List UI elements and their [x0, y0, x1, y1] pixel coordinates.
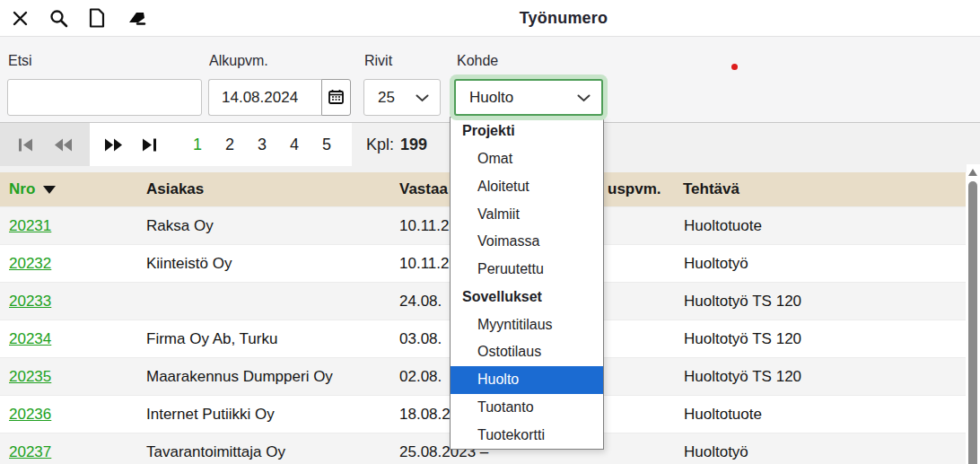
close-icon[interactable]: [8, 6, 31, 30]
page-button-4[interactable]: 4: [287, 136, 302, 154]
target-select[interactable]: Huolto: [454, 79, 603, 116]
rows-select[interactable]: 25: [363, 79, 441, 116]
toolbar: Työnumero: [0, 0, 980, 36]
dropdown-group-sovellukset: Sovellukset: [451, 284, 603, 311]
fast-forward-icon[interactable]: [101, 136, 127, 153]
column-header-tehtava: Tehtävä: [683, 180, 739, 198]
rows-label: Rivit: [364, 53, 392, 69]
search-icon[interactable]: [47, 6, 70, 30]
dropdown-option-valmiit[interactable]: Valmiit: [451, 200, 603, 228]
column-header-asiakas: Asiakas: [146, 180, 204, 198]
search-input[interactable]: [7, 79, 202, 116]
worknumber-link[interactable]: 20233: [9, 293, 51, 311]
pagination-pages: 1 2 3 4 5: [172, 123, 352, 166]
task-cell: Huoltotuote: [684, 406, 762, 424]
result-count-value: 199: [400, 136, 427, 154]
task-cell: Huoltotyö TS 120: [684, 293, 801, 311]
search-label: Etsi: [8, 53, 32, 69]
dropdown-option-huolto[interactable]: Huolto: [451, 366, 603, 394]
skip-last-icon[interactable]: [137, 136, 162, 153]
task-cell: Huoltotuote: [684, 217, 762, 235]
nro-header-label: Nro: [9, 180, 35, 198]
dropdown-option-ostotilaus[interactable]: Ostotilaus: [451, 338, 603, 366]
customer-cell: Raksa Oy: [146, 217, 214, 235]
page-button-1[interactable]: 1: [190, 136, 205, 154]
startdate-input[interactable]: [208, 79, 321, 116]
dropdown-option-myyntitilaus[interactable]: Myyntitilaus: [451, 311, 603, 338]
task-cell: Huoltotyö TS 120: [684, 330, 801, 348]
chevron-down-icon: [577, 89, 591, 107]
vertical-scrollbar: [967, 164, 980, 464]
worknumber-link[interactable]: 20236: [9, 406, 51, 424]
target-dropdown-list: Projekti Omat Aloitetut Valmiit Voimassa…: [450, 117, 604, 450]
column-header-partial-left: Vastaa: [399, 180, 448, 198]
page-button-2[interactable]: 2: [223, 136, 237, 154]
scroll-up-icon[interactable]: [968, 169, 977, 176]
startdate-group: [208, 79, 351, 116]
column-header-partial-right: uspvm.: [608, 180, 661, 198]
page-button-5[interactable]: 5: [319, 136, 334, 154]
document-icon[interactable]: [85, 6, 109, 30]
dropdown-option-omat[interactable]: Omat: [451, 145, 603, 173]
fast-backward-icon[interactable]: [50, 136, 76, 153]
page-title: Työnumero: [147, 9, 980, 28]
worknumber-link[interactable]: 20234: [9, 330, 51, 348]
worknumber-link[interactable]: 20231: [9, 217, 51, 235]
tyonumero-window: Työnumero Etsi Alkupvm. Rivit Kohde 25 H…: [0, 0, 980, 464]
sort-desc-icon: [43, 186, 56, 194]
dropdown-option-voimassa[interactable]: Voimassa: [451, 228, 603, 256]
customer-cell: Tavarantoimittaja Oy: [146, 443, 285, 461]
pagination-strip: 1 2 3 4 5: [0, 123, 352, 166]
task-cell: Huoltotyö: [684, 255, 748, 273]
customer-cell: Kiinteistö Oy: [146, 255, 232, 273]
filter-panel: Etsi Alkupvm. Rivit Kohde 25 Huolto: [0, 36, 980, 123]
pagination-back-group: [0, 123, 90, 166]
date-cell: 24.08.: [399, 293, 442, 311]
page-button-3[interactable]: 3: [255, 136, 269, 154]
scrollbar-thumb[interactable]: [968, 181, 977, 464]
rows-select-value: 25: [378, 89, 416, 107]
toolbar-icons: [0, 6, 147, 30]
column-header-nro[interactable]: Nro: [9, 180, 56, 198]
dropdown-option-aloitetut[interactable]: Aloitetut: [451, 173, 603, 201]
result-count: Kpl: 199: [366, 123, 427, 166]
dropdown-option-tuotanto[interactable]: Tuotanto: [451, 394, 603, 422]
dropdown-option-tuotekortti[interactable]: Tuotekortti: [451, 421, 603, 449]
chevron-down-icon: [416, 89, 429, 107]
customer-cell: Firma Oy Ab, Turku: [146, 330, 277, 348]
worknumber-link[interactable]: 20237: [9, 443, 51, 461]
dropdown-group-projekti: Projekti: [451, 118, 603, 145]
worknumber-link[interactable]: 20235: [9, 368, 51, 386]
red-dot-marker: [731, 64, 738, 70]
result-count-label: Kpl:: [366, 136, 394, 154]
date-cell: 02.08.: [399, 368, 442, 386]
dropdown-option-peruutettu[interactable]: Peruutettu: [451, 256, 603, 284]
customer-cell: Internet Putiikki Oy: [146, 406, 275, 424]
calendar-icon: [328, 89, 344, 107]
eraser-icon[interactable]: [124, 6, 147, 30]
pagination-forward-group: [90, 123, 172, 166]
task-cell: Huoltotyö TS 120: [684, 368, 801, 386]
customer-cell: Maarakennus Dumpperi Oy: [146, 368, 333, 386]
date-cell: 03.08.: [399, 330, 442, 348]
target-label: Kohde: [457, 53, 498, 69]
skip-first-icon[interactable]: [13, 136, 38, 153]
worknumber-link[interactable]: 20232: [9, 255, 51, 273]
target-select-value: Huolto: [469, 89, 577, 107]
startdate-label: Alkupvm.: [209, 53, 268, 69]
date-cell: 18.08.2: [399, 406, 451, 424]
calendar-button[interactable]: [321, 79, 351, 116]
task-cell: Huoltotyö: [684, 443, 748, 461]
